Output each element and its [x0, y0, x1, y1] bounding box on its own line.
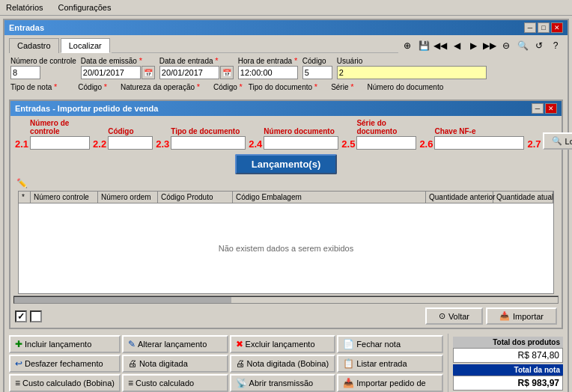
- search-label-serie: Série do documento: [356, 119, 416, 135]
- action-importar-pedido[interactable]: 📥 Importar pedido de: [337, 374, 443, 392]
- importar-button[interactable]: 📥 Importar: [486, 307, 557, 325]
- label-num-doc: Número do documento: [368, 83, 444, 91]
- toolbar-next-last[interactable]: ▶▶: [482, 38, 497, 53]
- action-nota-bobina[interactable]: 🖨 Nota digitada (Bobina): [230, 355, 336, 373]
- inner-bottom-row: ⊙ Voltar 📥 Importar: [10, 304, 562, 328]
- field-hora-entrada: Hora de entrada *: [238, 56, 298, 79]
- nota-total-label: Total da nota: [453, 364, 563, 376]
- toolbar-prev-first[interactable]: ◀◀: [433, 38, 448, 53]
- menu-relatorios[interactable]: Relatórios: [3, 1, 46, 13]
- search-input-num-controle[interactable]: [30, 136, 90, 150]
- checkbox-2[interactable]: [30, 310, 42, 322]
- action-alterar[interactable]: ✎ Alterar lançamento: [122, 335, 228, 353]
- action-listar[interactable]: 📋 Listar entrada: [337, 355, 443, 373]
- action-desfazer[interactable]: ↩ Desfazer fechamento: [9, 355, 121, 373]
- action-incluir-label: Incluir lançamento: [25, 340, 91, 349]
- search-input-tipo-doc[interactable]: [171, 136, 246, 150]
- inner-close[interactable]: ✕: [545, 103, 557, 114]
- input-data-emissao[interactable]: [81, 66, 141, 79]
- toolbar-prev[interactable]: ◀: [449, 38, 464, 53]
- action-fechar-nota[interactable]: 📄 Fechar nota: [337, 335, 443, 353]
- tab-localizar[interactable]: Localizar: [61, 38, 110, 53]
- action-desfazer-label: Desfazer fechamento: [25, 359, 103, 368]
- action-abrir-transmissao[interactable]: 📡 Abrir transmissão: [230, 374, 336, 392]
- action-nota-digitada[interactable]: 🖨 Nota digitada: [122, 355, 228, 373]
- label-usuario: Usuário: [337, 57, 487, 65]
- label-serie: Série *: [331, 82, 353, 91]
- marker-2-7: 2.7: [527, 138, 541, 150]
- action-custo-bobina[interactable]: ≡ Custo calculado (Bobina): [9, 374, 121, 392]
- custo-icon: ≡: [128, 378, 133, 388]
- close-button[interactable]: ✕: [551, 22, 563, 33]
- inner-titlebar: Entradas - Importar pedido de venda ─ ✕: [10, 101, 562, 116]
- toolbar-save[interactable]: 💾: [416, 38, 431, 53]
- search-input-chave-nfe[interactable]: [434, 136, 524, 150]
- scroll-track[interactable]: [13, 296, 559, 304]
- inner-window: Entradas - Importar pedido de venda ─ ✕ …: [9, 99, 563, 329]
- field-usuario: Usuário: [337, 57, 487, 79]
- action-listar-label: Listar entrada: [356, 359, 407, 368]
- minimize-button[interactable]: ─: [524, 22, 536, 33]
- input-usuario[interactable]: [337, 66, 487, 79]
- search-input-num-doc[interactable]: [264, 136, 338, 150]
- voltar-button[interactable]: ⊙ Voltar: [425, 307, 483, 325]
- action-nota-bobina-label: Nota digitada (Bobina): [247, 359, 329, 368]
- marker-2-2: 2.2: [93, 138, 106, 150]
- desfazer-icon: ↩: [15, 358, 22, 369]
- edit-icon-btn: ✎: [128, 339, 136, 349]
- action-custo[interactable]: ≡ Custo calculado: [122, 374, 228, 392]
- checkbox-1[interactable]: [15, 310, 27, 322]
- toolbar-help[interactable]: ?: [548, 38, 563, 53]
- toolbar-refresh[interactable]: ↺: [532, 38, 547, 53]
- marker-2-5: 2.5: [341, 138, 355, 150]
- search-icon: 🔍: [552, 136, 562, 146]
- marker-2-6: 2.6: [419, 138, 433, 150]
- action-nota-label: Nota digitada: [139, 359, 188, 368]
- form-row-1: Número de controle Data de emissão * 📅 D…: [4, 53, 568, 82]
- toolbar-search[interactable]: 🔍: [515, 38, 530, 53]
- input-numero-controle[interactable]: [10, 66, 40, 79]
- scroll-thumb[interactable]: [14, 297, 231, 303]
- action-transmissao-label: Abrir transmissão: [249, 379, 314, 388]
- label-data-entrada: Data de entrada *: [159, 56, 234, 65]
- cal-entrada[interactable]: 📅: [220, 66, 234, 79]
- action-excluir[interactable]: ✖ Excluir lançamento: [230, 335, 336, 353]
- menu-configuracoes[interactable]: Configurações: [55, 1, 115, 13]
- tab-cadastro[interactable]: Cadastro: [9, 38, 59, 53]
- voltar-label: Voltar: [448, 312, 469, 321]
- importar-label: Importar: [513, 312, 544, 321]
- marker-2-4: 2.4: [249, 138, 262, 150]
- localizar-button[interactable]: 🔍 Localizar: [543, 132, 572, 150]
- horizontal-scrollbar[interactable]: [13, 295, 559, 303]
- input-codigo[interactable]: [302, 66, 332, 79]
- inner-minimize[interactable]: ─: [532, 103, 544, 114]
- action-importar-pedido-label: Importar pedido de: [356, 379, 425, 388]
- search-label-codigo: Código: [108, 127, 153, 135]
- cal-emissao[interactable]: 📅: [142, 66, 155, 79]
- col-num-ordem: Número ordem: [98, 192, 158, 203]
- table-area: ✏️ * Número controle Número ordem Código…: [13, 177, 559, 303]
- right-panel: Total dos produtos R$ 874,80 Total da no…: [448, 334, 568, 392]
- search-input-serie[interactable]: [356, 136, 416, 150]
- toolbar-add[interactable]: ⊕: [400, 38, 415, 53]
- menu-bar: Relatórios Configurações: [0, 0, 572, 16]
- input-hora-entrada[interactable]: [238, 66, 298, 79]
- search-label-num-doc: Número documento: [264, 127, 338, 135]
- toolbar-delete[interactable]: ⊖: [499, 38, 514, 53]
- toolbar-next[interactable]: ▶: [466, 38, 481, 53]
- label-natureza: Natureza da operação *: [121, 82, 200, 91]
- input-data-entrada[interactable]: [159, 66, 219, 79]
- form-row-2: Tipo de nota * Código * Natureza da oper…: [4, 82, 568, 95]
- marker-2-1: 2.1: [15, 138, 28, 150]
- lancamentos-button[interactable]: Lançamento(s): [235, 154, 337, 174]
- label-codigo: Código: [302, 57, 332, 65]
- nota-bobina-icon: 🖨: [236, 358, 245, 369]
- maximize-button[interactable]: □: [538, 22, 550, 33]
- search-input-codigo[interactable]: [108, 136, 153, 150]
- edit-icon: ✏️: [13, 177, 559, 189]
- col-cod-embalagem: Código Embalagem: [233, 192, 426, 203]
- action-incluir[interactable]: ✚ Incluir lançamento: [9, 335, 121, 353]
- custo-bobina-icon: ≡: [15, 378, 20, 388]
- marker-2-3: 2.3: [156, 138, 169, 150]
- col-qtd-anterior: Quantidade anterior: [426, 192, 493, 203]
